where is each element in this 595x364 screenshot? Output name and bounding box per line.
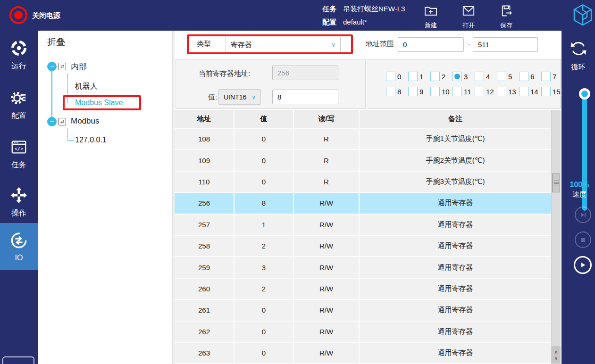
value-type-select[interactable]: UINT16 ∨ <box>218 89 261 105</box>
table-cell: 2 <box>235 236 294 256</box>
play-icon <box>578 261 587 269</box>
tree-leaf-robot[interactable]: 机器人 <box>75 82 98 91</box>
table-cell: 256 <box>175 193 235 213</box>
checkbox-icon[interactable] <box>408 72 418 81</box>
collapse-button[interactable]: 折叠 <box>38 31 172 53</box>
checkbox-icon[interactable] <box>497 72 506 81</box>
checkbox-icon[interactable] <box>519 72 528 81</box>
save-button[interactable]: 保存 <box>493 4 520 30</box>
table-cell: R/W <box>294 279 360 299</box>
table-row-261[interactable]: 2610R/W通用寄存器 <box>175 300 551 321</box>
bit-checkbox-4[interactable]: 4 <box>475 72 497 81</box>
table-row-256[interactable]: 2568R/W通用寄存器 <box>175 193 551 214</box>
bit-checkbox-0[interactable]: 0 <box>386 72 408 81</box>
table-cell: 通用寄存器 <box>360 257 551 277</box>
chevron-down-icon: ∨ <box>251 94 256 100</box>
bit-checkbox-13[interactable]: 13 <box>497 87 519 96</box>
tree-node-internal[interactable]: 内部 <box>71 61 87 72</box>
checkbox-icon[interactable] <box>519 87 528 96</box>
bit-checkbox-11[interactable]: 11 <box>453 87 475 96</box>
bit-label: 14 <box>530 88 538 96</box>
power-dot <box>14 11 23 19</box>
bit-checkbox-14[interactable]: 14 <box>519 87 541 96</box>
checkbox-icon[interactable] <box>386 87 395 96</box>
table-row-258[interactable]: 2582R/W通用寄存器 <box>175 236 551 257</box>
checkbox-icon[interactable] <box>453 87 462 96</box>
table-row-263[interactable]: 2630R/W通用寄存器 <box>175 343 551 364</box>
loop-label: 循环 <box>571 63 586 72</box>
table-row-260[interactable]: 2602R/W通用寄存器 <box>175 279 551 300</box>
sidebar-item-operate[interactable]: 操作 <box>0 182 38 222</box>
table-row-259[interactable]: 2593R/W通用寄存器 <box>175 257 551 278</box>
bit-checkbox-1[interactable]: 1 <box>408 72 430 81</box>
loop-mode-button[interactable]: 循环 <box>561 39 595 72</box>
sidebar-item-config[interactable]: 配置 <box>0 85 38 124</box>
checkbox-icon[interactable] <box>386 72 395 81</box>
bit-checkbox-12[interactable]: 12 <box>475 87 497 96</box>
brand-cube-logo <box>572 3 594 27</box>
table-cell: R <box>294 129 360 149</box>
range-to-input[interactable] <box>473 37 538 52</box>
type-select-value: 寄存器 <box>231 41 252 50</box>
table-cell: 通用寄存器 <box>360 279 551 299</box>
step-forward-button[interactable] <box>575 207 591 223</box>
bit-checkbox-9[interactable]: 9 <box>408 87 430 96</box>
tree-leaf-modbus-slave[interactable]: Modbus Slave <box>75 99 123 107</box>
bit-checkbox-5[interactable]: 5 <box>497 72 519 81</box>
scroll-up-icon[interactable]: ∧ <box>554 349 558 355</box>
table-row-108[interactable]: 1080R手腕1关节温度(℃) <box>175 129 551 150</box>
checkbox-icon[interactable] <box>453 72 462 81</box>
scrollbar-arrows[interactable]: ∧ ∨ <box>552 346 561 364</box>
table-cell: 109 <box>175 150 235 170</box>
stop-button[interactable] <box>575 232 591 248</box>
tree-toggle-internal[interactable]: − <box>47 62 57 71</box>
bit-checkbox-15[interactable]: 15 <box>541 87 563 96</box>
table-row-109[interactable]: 1090R手腕2关节温度(℃) <box>175 150 551 171</box>
power-button-label[interactable]: 关闭电源 <box>32 11 60 20</box>
bit-checkbox-10[interactable]: 10 <box>430 87 453 96</box>
left-nav-sidebar: 运行 配置 </> 任务 <box>0 31 38 364</box>
bit-checkbox-3[interactable]: 3 <box>453 72 475 81</box>
tree-node-modbus[interactable]: Modbus <box>71 116 99 126</box>
table-cell: 0 <box>235 300 294 320</box>
type-select[interactable]: 寄存器 ∨ <box>226 37 341 53</box>
bit-checkbox-8[interactable]: 8 <box>386 87 408 96</box>
bottom-corner-widget[interactable] <box>2 356 34 364</box>
bit-label: 8 <box>397 88 401 96</box>
table-cell: 0 <box>235 172 294 192</box>
table-row-257[interactable]: 2571R/W通用寄存器 <box>175 215 551 236</box>
checkbox-icon[interactable] <box>475 87 484 96</box>
checkbox-icon[interactable] <box>430 72 440 81</box>
sidebar-item-run[interactable]: 运行 <box>0 35 38 75</box>
value-input[interactable] <box>272 90 338 104</box>
scrollbar-thumb[interactable] <box>552 174 560 192</box>
table-cell: 263 <box>175 343 235 363</box>
bit-checkbox-6[interactable]: 6 <box>519 72 541 81</box>
range-from-input[interactable] <box>398 37 464 52</box>
scroll-down-icon[interactable]: ∨ <box>554 355 558 361</box>
checkbox-icon[interactable] <box>408 87 418 96</box>
tree-toggle-modbus[interactable]: − <box>47 117 57 126</box>
play-button[interactable] <box>574 256 592 274</box>
bit-checkbox-2[interactable]: 2 <box>430 72 453 81</box>
checkbox-icon[interactable] <box>430 87 440 96</box>
sidebar-item-task[interactable]: </> 任务 <box>0 134 38 174</box>
tree-leaf-127001[interactable]: 127.0.0.1 <box>75 136 107 144</box>
bit-checkbox-7[interactable]: 7 <box>541 72 563 81</box>
checkbox-icon[interactable] <box>541 87 551 96</box>
power-icon[interactable] <box>9 6 27 24</box>
svg-text:</>: </> <box>15 146 24 151</box>
table-cell: R/W <box>294 193 360 213</box>
table-row-110[interactable]: 1100R手腕3关节温度(℃) <box>175 172 551 193</box>
speed-slider-knob[interactable] <box>579 88 590 99</box>
table-row-262[interactable]: 2620R/W通用寄存器 <box>175 322 551 343</box>
table-scrollbar[interactable]: ∧ ∨ <box>551 110 561 364</box>
checkbox-icon[interactable] <box>541 72 551 81</box>
chevron-down-icon: ∨ <box>331 41 335 48</box>
file-actions: 新建 打开 保存 <box>418 4 520 30</box>
sidebar-item-io[interactable]: IO <box>0 223 38 270</box>
checkbox-icon[interactable] <box>497 87 506 96</box>
new-button[interactable]: 新建 <box>418 4 444 30</box>
checkbox-icon[interactable] <box>475 72 484 81</box>
open-button[interactable]: 打开 <box>455 4 482 30</box>
